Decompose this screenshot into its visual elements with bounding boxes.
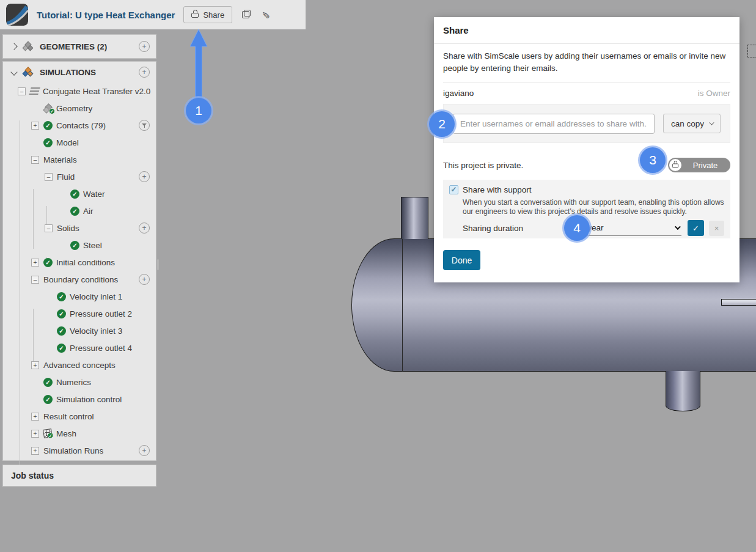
step1-arrow: [186, 28, 211, 101]
tree-item-label: Boundary conditions: [43, 275, 118, 284]
status-check-icon: [57, 326, 66, 336]
simulations-panel: SIMULATIONS Conjugate Heat Transfer v2.0…: [2, 61, 156, 461]
tree-item-water[interactable]: Water: [3, 185, 156, 202]
confirm-duration-button[interactable]: [688, 220, 704, 236]
status-check-icon: [43, 395, 53, 404]
tree-item-initial-conditions[interactable]: Initial conditions: [3, 254, 156, 271]
done-button[interactable]: Done: [443, 250, 480, 270]
tree-item-contacts-79[interactable]: Contacts (79): [3, 117, 156, 134]
status-check-icon: [57, 309, 66, 318]
tree-item-label: Conjugate Heat Transfer v2.0: [43, 87, 150, 96]
lock-icon: [191, 12, 199, 18]
permission-value: can copy: [671, 119, 704, 128]
tree-item-geometry[interactable]: Geometry: [3, 100, 156, 117]
add-button[interactable]: [139, 171, 150, 182]
chevron-right-icon[interactable]: [10, 43, 17, 50]
tree-item-mesh[interactable]: Mesh: [3, 425, 156, 442]
simscale-logo[interactable]: [6, 4, 28, 26]
status-check-icon: [70, 241, 79, 250]
tree-item-pressure-outlet-4[interactable]: Pressure outlet 4: [3, 339, 156, 356]
chevron-down-icon: [675, 224, 681, 230]
add-geometry-button[interactable]: [139, 41, 150, 52]
status-check-icon: [57, 344, 66, 353]
tree-item-boundary-conditions[interactable]: Boundary conditions: [3, 271, 156, 288]
share-dialog: Share Share with SimScale users by addin…: [434, 17, 739, 282]
geometries-header-row[interactable]: GEOMETRIES (2): [3, 35, 156, 58]
tree-item-advanced-concepts[interactable]: Advanced concepts: [3, 356, 156, 374]
filter-button[interactable]: [139, 120, 150, 131]
share-with-support-label: Share with support: [463, 185, 532, 194]
collapse-icon[interactable]: [31, 276, 39, 284]
tree-item-label: Velocity inlet 3: [70, 326, 122, 336]
copy-project-button[interactable]: [241, 9, 252, 21]
expand-icon[interactable]: [31, 259, 39, 267]
add-button[interactable]: [139, 223, 150, 234]
simulations-header-label: SIMULATIONS: [40, 68, 96, 77]
tree-item-label: Pressure outlet 4: [70, 344, 132, 353]
expand-icon[interactable]: [31, 122, 39, 130]
simulations-header-row[interactable]: SIMULATIONS: [3, 62, 156, 83]
tree-item-numerics[interactable]: Numerics: [3, 374, 156, 391]
add-simulation-button[interactable]: [139, 67, 150, 78]
share-button[interactable]: Share: [183, 6, 232, 23]
heat-exchanger-outlet-pipe: [666, 371, 700, 411]
tree-item-label: Numerics: [56, 378, 91, 387]
add-button[interactable]: [139, 274, 150, 285]
job-status-panel[interactable]: Job status: [2, 465, 156, 487]
expand-icon[interactable]: [31, 413, 39, 421]
privacy-status-text: This project is private.: [443, 161, 523, 170]
tree-item-fluid[interactable]: Fluid: [3, 168, 156, 185]
expand-icon[interactable]: [31, 361, 39, 369]
step-badge-2: 2: [429, 111, 455, 137]
tree-item-solids[interactable]: Solids: [3, 219, 156, 237]
share-button-label: Share: [203, 10, 224, 20]
expand-icon[interactable]: [31, 447, 39, 455]
collapse-icon[interactable]: [45, 173, 53, 181]
privacy-toggle-knob: [669, 159, 681, 171]
tree-item-label: Water: [83, 190, 105, 199]
tree-item-simulation-control[interactable]: Simulation control: [3, 391, 156, 408]
heat-exchanger-inlet-pipe: [401, 197, 428, 239]
chevron-down-icon[interactable]: [10, 68, 17, 75]
add-button[interactable]: [139, 445, 150, 456]
dialog-title: Share: [434, 17, 739, 44]
collapse-icon[interactable]: [18, 87, 26, 95]
permission-dropdown[interactable]: can copy: [663, 114, 721, 133]
status-check-icon: [47, 432, 54, 439]
dialog-description: Share with SimScale users by adding thei…: [443, 50, 730, 82]
cancel-duration-button[interactable]: ×: [709, 221, 724, 236]
owner-row: igaviano is Owner: [443, 82, 730, 104]
panel-resize-handle[interactable]: [157, 259, 159, 270]
tree-item-model[interactable]: Model: [3, 134, 156, 151]
collapse-icon[interactable]: [31, 156, 39, 164]
sharing-duration-select[interactable]: 1 year: [581, 221, 681, 236]
tree-item-air[interactable]: Air: [3, 202, 156, 219]
tree-item-result-control[interactable]: Result control: [3, 408, 156, 425]
tree-item-simulation-runs[interactable]: Simulation Runs: [3, 442, 156, 459]
privacy-toggle[interactable]: Private: [668, 158, 730, 172]
support-description: When you start a conversation with our s…: [463, 198, 724, 216]
status-check-icon: [43, 378, 53, 387]
tree-item-label: Pressure outlet 2: [70, 309, 132, 318]
privacy-toggle-label: Private: [681, 161, 729, 170]
step-badge-3: 3: [640, 147, 666, 173]
selection-box-icon[interactable]: [747, 45, 756, 57]
owner-name: igaviano: [443, 89, 474, 98]
tree-item-materials[interactable]: Materials: [3, 151, 156, 168]
status-check-icon: [43, 121, 53, 130]
chevron-down-icon: [709, 120, 714, 125]
tree-item-label: Contacts (79): [56, 121, 106, 130]
expand-icon[interactable]: [31, 430, 39, 438]
tree-item-label: Air: [83, 207, 94, 216]
tree-item-pressure-outlet-2[interactable]: Pressure outlet 2: [3, 305, 156, 322]
edit-project-button[interactable]: [260, 8, 271, 22]
tree-item-steel[interactable]: Steel: [3, 237, 156, 254]
tree-item-label: Result control: [43, 412, 94, 421]
mesh-icon: [43, 429, 53, 438]
tree-item-conjugate-heat-transfer-v2-0[interactable]: Conjugate Heat Transfer v2.0: [3, 83, 156, 100]
collapse-icon[interactable]: [45, 224, 53, 232]
share-with-support-checkbox[interactable]: [449, 185, 458, 194]
invite-input[interactable]: [453, 114, 655, 134]
tree-item-velocity-inlet-1[interactable]: Velocity inlet 1: [3, 288, 156, 305]
tree-item-velocity-inlet-3[interactable]: Velocity inlet 3: [3, 322, 156, 339]
